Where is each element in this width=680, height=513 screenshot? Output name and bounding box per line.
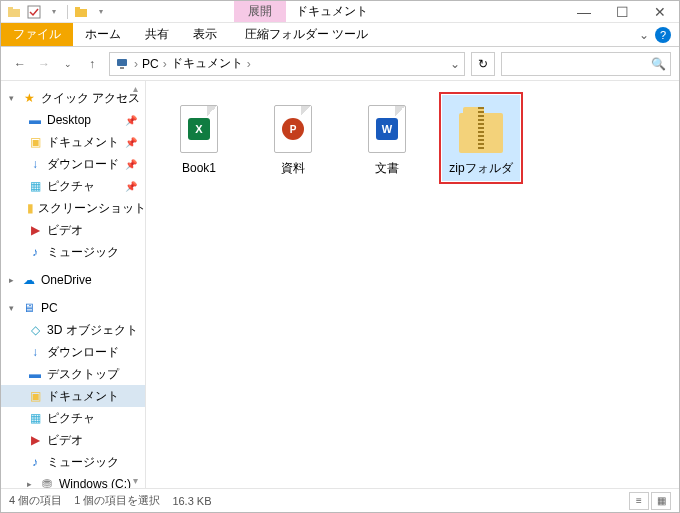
close-button[interactable]: ✕ <box>641 1 679 22</box>
tree-item[interactable]: ↓ダウンロード <box>1 341 145 363</box>
tab-compressed-tools[interactable]: 圧縮フォルダー ツール <box>233 23 380 46</box>
svg-rect-6 <box>120 67 124 69</box>
objects3d-icon: ◇ <box>27 322 43 338</box>
tree-item[interactable]: ▸⛃Windows (C:) <box>1 473 145 488</box>
ppt-file-icon: P <box>274 105 312 153</box>
tree-item[interactable]: ▬Desktop📌 <box>1 109 145 131</box>
tree-item[interactable]: ▮スクリーンショット <box>1 197 145 219</box>
titlebar: ▾ ▾ 展開 ドキュメント ― ☐ ✕ <box>1 1 679 23</box>
tree-item[interactable]: ▶ビデオ <box>1 429 145 451</box>
file-label: 文書 <box>375 161 399 175</box>
video-icon: ▶ <box>27 222 43 238</box>
music-icon: ♪ <box>27 454 43 470</box>
ribbon-tabs: ファイル ホーム 共有 表示 圧縮フォルダー ツール ⌄ ? <box>1 23 679 47</box>
svg-rect-4 <box>75 7 80 10</box>
tree-item[interactable]: ◇3D オブジェクト <box>1 319 145 341</box>
search-box[interactable]: 🔍 <box>501 52 671 76</box>
pc-icon: 🖥 <box>21 300 37 316</box>
chevron-right-icon[interactable]: ▸ <box>27 479 35 488</box>
file-list[interactable]: X Book1 P 資料 W 文書 zipフォルダ <box>146 81 679 488</box>
back-button[interactable]: ← <box>9 53 31 75</box>
video-icon: ▶ <box>27 432 43 448</box>
qat-dropdown-icon[interactable]: ▾ <box>47 5 61 19</box>
breadcrumb-dropdown-icon[interactable]: ⌄ <box>450 57 460 71</box>
window-title: ドキュメント <box>286 1 565 22</box>
star-icon: ★ <box>21 90 37 106</box>
svg-rect-5 <box>117 59 127 66</box>
tree-item[interactable]: ♪ミュージック <box>1 241 145 263</box>
music-icon: ♪ <box>27 244 43 260</box>
chevron-down-icon[interactable]: ▾ <box>9 93 17 103</box>
tree-item[interactable]: ♪ミュージック <box>1 451 145 473</box>
contextual-tab-header: 展開 <box>234 1 286 22</box>
breadcrumb-segment[interactable]: PC <box>142 57 159 71</box>
forward-button[interactable]: → <box>33 53 55 75</box>
maximize-button[interactable]: ☐ <box>603 1 641 22</box>
qat-check-icon[interactable] <box>27 5 41 19</box>
tree-item[interactable]: ↓ダウンロード📌 <box>1 153 145 175</box>
drive-icon: ⛃ <box>39 476 55 488</box>
recent-dropdown-icon[interactable]: ⌄ <box>57 53 79 75</box>
pc-icon <box>114 56 130 72</box>
document-icon: ▣ <box>27 388 43 404</box>
download-icon: ↓ <box>27 156 43 172</box>
file-label: zipフォルダ <box>449 161 512 175</box>
file-item-excel[interactable]: X Book1 <box>160 95 238 181</box>
cloud-icon: ☁ <box>21 272 37 288</box>
file-item-word[interactable]: W 文書 <box>348 95 426 181</box>
tab-view[interactable]: 表示 <box>181 23 229 46</box>
file-item-zip[interactable]: zipフォルダ <box>442 95 520 181</box>
tree-item[interactable]: ▶ビデオ <box>1 219 145 241</box>
chevron-right-icon[interactable]: › <box>163 57 167 71</box>
ribbon-expand-icon[interactable]: ⌄ <box>639 28 649 42</box>
picture-icon: ▦ <box>27 410 43 426</box>
tree-pc[interactable]: ▾ 🖥 PC <box>1 297 145 319</box>
tree-item[interactable]: ▦ピクチャ📌 <box>1 175 145 197</box>
tab-home[interactable]: ホーム <box>73 23 133 46</box>
folder-icon: ▮ <box>27 200 34 216</box>
explorer-window: ▾ ▾ 展開 ドキュメント ― ☐ ✕ ファイル ホーム 共有 表示 圧縮フォル… <box>0 0 680 513</box>
up-button[interactable]: ↑ <box>81 53 103 75</box>
minimize-button[interactable]: ― <box>565 1 603 22</box>
tree-item[interactable]: ▦ピクチャ <box>1 407 145 429</box>
search-input[interactable] <box>506 57 651 71</box>
svg-rect-0 <box>8 9 20 17</box>
chevron-right-icon[interactable]: › <box>134 57 138 71</box>
scroll-up-icon[interactable]: ▴ <box>133 83 138 94</box>
chevron-down-icon[interactable]: ▾ <box>9 303 17 313</box>
refresh-button[interactable]: ↻ <box>471 52 495 76</box>
folder-small-icon <box>74 5 88 19</box>
picture-icon: ▦ <box>27 178 43 194</box>
tree-quick-access[interactable]: ▾ ★ クイック アクセス <box>1 87 145 109</box>
window-controls: ― ☐ ✕ <box>565 1 679 22</box>
tree-item-documents[interactable]: ▣ドキュメント <box>1 385 145 407</box>
zip-folder-icon <box>459 113 503 153</box>
breadcrumb[interactable]: › PC › ドキュメント › ⌄ <box>109 52 465 76</box>
excel-file-icon: X <box>180 105 218 153</box>
tree-item[interactable]: ▣ドキュメント📌 <box>1 131 145 153</box>
chevron-right-icon[interactable]: ▸ <box>9 275 17 285</box>
chevron-right-icon[interactable]: › <box>247 57 251 71</box>
download-icon: ↓ <box>27 344 43 360</box>
word-file-icon: W <box>368 105 406 153</box>
tree-onedrive[interactable]: ▸ ☁ OneDrive <box>1 269 145 291</box>
tree-item[interactable]: ▬デスクトップ <box>1 363 145 385</box>
desktop-icon: ▬ <box>27 366 43 382</box>
scroll-down-icon[interactable]: ▾ <box>133 475 138 486</box>
quick-access-toolbar: ▾ ▾ <box>1 1 114 22</box>
qat-overflow-icon[interactable]: ▾ <box>94 5 108 19</box>
help-icon[interactable]: ? <box>655 27 671 43</box>
view-details-button[interactable]: ≡ <box>629 492 649 510</box>
file-item-powerpoint[interactable]: P 資料 <box>254 95 332 181</box>
file-label: Book1 <box>182 161 216 175</box>
tab-file[interactable]: ファイル <box>1 23 73 46</box>
folder-icon <box>7 5 21 19</box>
search-icon[interactable]: 🔍 <box>651 57 666 71</box>
view-icons-button[interactable]: ▦ <box>651 492 671 510</box>
file-label: 資料 <box>281 161 305 175</box>
tab-share[interactable]: 共有 <box>133 23 181 46</box>
scrollbar[interactable]: ▴ ▾ <box>133 81 145 488</box>
status-selected: 1 個の項目を選択 <box>74 493 160 508</box>
breadcrumb-segment[interactable]: ドキュメント <box>171 55 243 72</box>
nav-bar: ← → ⌄ ↑ › PC › ドキュメント › ⌄ ↻ 🔍 <box>1 47 679 81</box>
